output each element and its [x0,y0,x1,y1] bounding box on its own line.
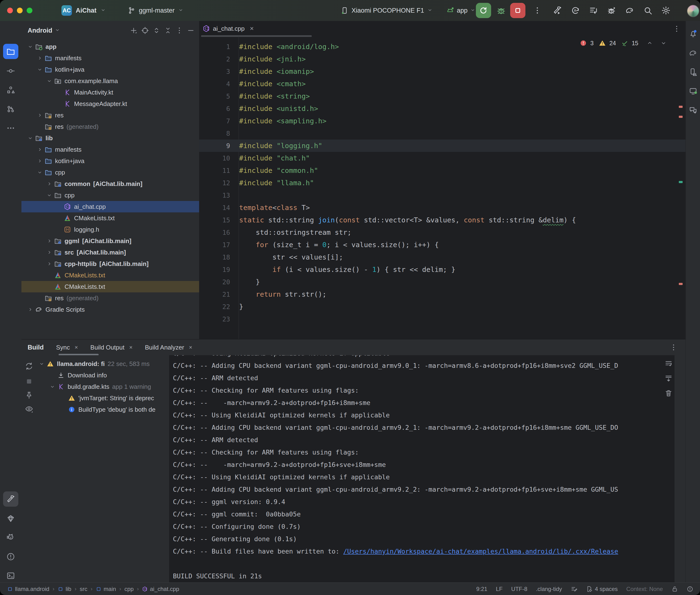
tree-item-cmakelists-txt[interactable]: CMakeLists.txt [22,270,200,281]
close-tab-icon[interactable]: × [250,25,254,32]
build-variants-icon[interactable] [589,6,598,15]
tree-item-kotlin-java[interactable]: kotlin+java [22,155,200,167]
next-problem-chevron-icon[interactable] [660,40,667,47]
chevron-right-icon[interactable] [45,181,53,187]
build-output-path-link[interactable]: /Users/hanyin/Workspace/ai-chat/examples… [343,548,618,555]
status-indent[interactable]: 4 spaces [586,586,618,592]
tree-item-cmakelists-txt[interactable]: CMakeLists.txt [22,281,200,292]
console-clear-icon[interactable] [665,389,673,397]
nav-problems-icon[interactable] [3,549,18,564]
apply-changes-icon[interactable]: A [571,6,580,15]
maximize-window-button[interactable] [27,8,32,13]
stripe-mark[interactable] [679,116,682,118]
breadcrumb-llama-android[interactable]: llama.android [7,586,49,592]
tree-item-kotlin-java[interactable]: kotlin+java [22,64,200,75]
chevron-right-icon[interactable] [36,158,44,164]
build-tree-item[interactable]: BuildType 'debug' is both de [35,404,192,415]
console-soft-wrap-icon[interactable] [665,360,673,368]
console-scroll-to-end-icon[interactable] [665,374,673,382]
status-line-ending[interactable]: LF [496,586,503,592]
chevron-down-icon[interactable] [38,361,46,367]
editor-tab-ai-chat-cpp[interactable]: C ai_chat.cpp × [202,22,254,35]
stripe-mark[interactable] [679,181,682,183]
nav-app-quality-insights-icon[interactable] [3,511,18,526]
tree-item-res[interactable]: res(generated) [22,292,200,304]
build-options-icon[interactable] [670,343,678,351]
project-view-selector[interactable]: Android [28,27,52,34]
tree-item-cpp-httplib[interactable]: cpp-httplib[AiChat.lib.main] [22,258,200,270]
build-tab-build-output[interactable]: Build Output× [90,344,133,351]
breadcrumb-cpp[interactable]: cpp [124,586,134,592]
chevron-down-icon[interactable] [48,384,56,390]
nav-device-manager-icon[interactable] [688,67,699,78]
close-tab-icon[interactable]: × [189,344,192,351]
tree-item-app[interactable]: app [22,41,200,52]
build-rerun-icon[interactable] [25,362,33,370]
tree-item-lib[interactable]: lib [22,132,200,144]
breadcrumb-src[interactable]: src [80,586,87,592]
add-icon[interactable] [130,26,138,34]
status-readonly-toggle[interactable] [671,586,678,592]
tree-item-logging-h[interactable]: Hlogging.h [22,224,200,235]
breadcrumb-ai-chat-cpp[interactable]: Cai_chat.cpp [142,586,179,592]
inspection-widget[interactable]: 3 24 15 [580,39,667,47]
chevron-right-icon[interactable] [36,147,44,152]
locate-icon[interactable] [141,26,149,34]
stop-button[interactable] [510,3,525,18]
chevron-right-icon[interactable] [45,250,53,255]
tab-scrollbar-thumb[interactable] [201,35,312,37]
nav-more-icon[interactable] [3,120,18,136]
chevron-right-icon[interactable] [45,261,53,267]
minimize-window-button[interactable] [17,8,23,13]
tree-item-cpp[interactable]: cpp [22,190,200,201]
tree-item-ggml[interactable]: ggml[AiChat.lib.main] [22,235,200,247]
close-tab-icon[interactable]: × [75,344,78,351]
debug-button[interactable] [496,5,506,16]
nav-commit-icon[interactable] [3,63,18,79]
tree-item-cpp[interactable]: cpp [22,167,200,178]
attach-debugger-icon[interactable] [607,6,616,15]
nav-structure-icon[interactable] [3,82,18,97]
user-avatar[interactable] [687,5,699,17]
chevron-down-icon[interactable] [45,192,53,198]
build-tree-item[interactable]: Download info [35,370,182,381]
tree-item-ai-chat-cpp[interactable]: Cai_chat.cpp [22,201,200,213]
run-button[interactable] [476,3,491,18]
breadcrumb-main[interactable]: main [96,586,116,592]
nav-running-devices-icon[interactable] [688,86,699,97]
tree-item-mainactivity-kt[interactable]: MainActivity.kt [22,87,200,98]
status-code-style[interactable] [571,586,577,592]
build-filter-icon[interactable] [25,405,33,413]
tree-item-cmakelists-txt[interactable]: CMakeLists.txt [22,213,200,224]
options-icon[interactable] [175,26,184,34]
stripe-mark[interactable] [679,106,682,108]
chevron-down-icon[interactable] [45,78,53,84]
collapse-all-icon[interactable] [164,26,172,34]
close-window-button[interactable] [7,8,13,13]
nav-pull-requests-icon[interactable] [3,102,18,117]
build-tab-build-analyzer[interactable]: Build Analyzer× [145,344,192,351]
build-pin-icon[interactable] [25,391,33,399]
tree-item-manifests[interactable]: manifests [22,52,200,64]
tree-item-gradle-scripts[interactable]: Gradle Scripts [22,304,200,315]
more-actions-kebab-icon[interactable] [533,6,541,15]
status-context[interactable]: Context: None [626,586,663,592]
status-encoding[interactable]: UTF-8 [511,586,527,592]
chevron-down-icon[interactable] [36,170,44,175]
build-tree-item[interactable]: 'jvmTarget: String' is deprec [35,392,192,404]
nav-logcat-icon[interactable] [3,530,18,545]
nav-notifications-icon[interactable] [688,28,699,39]
build-tree-item[interactable]: llama.android: fi22 sec, 583 ms [35,358,171,370]
tree-item-common[interactable]: common[AiChat.lib.main] [22,178,200,190]
branch-selector[interactable]: ggml-master [128,6,184,15]
stripe-mark[interactable] [679,283,682,285]
nav-gradle-icon[interactable] [688,48,699,59]
nav-project-icon[interactable] [3,44,18,59]
chevron-right-icon[interactable] [26,307,34,312]
expand-all-icon[interactable] [152,26,161,34]
run-configuration-selector[interactable]: app [446,0,476,21]
project-selector[interactable]: AC AiChat [61,5,106,16]
nav-gemini-assistant-icon[interactable] [688,105,699,116]
build-hammer-icon[interactable] [553,6,562,15]
tree-item-com-example-llama[interactable]: com.example.llama [22,75,200,87]
